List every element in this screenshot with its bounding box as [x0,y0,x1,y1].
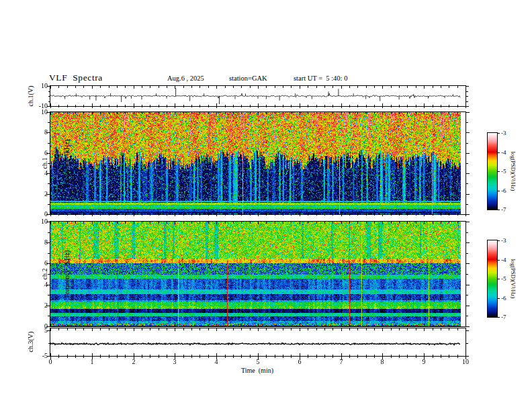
tick [75,106,76,107]
tick [466,274,468,275]
tick [308,112,308,114]
tick [466,106,469,107]
tick [291,86,292,88]
tick [258,106,259,108]
tick [200,112,200,114]
tick [142,106,142,107]
tick [233,214,234,216]
tick [208,325,209,327]
tick [466,96,468,97]
time-tick-label: 5 [251,358,265,365]
tick [466,222,470,222]
tick [349,214,350,216]
tick [366,325,367,327]
tick [466,232,468,233]
tick [191,325,192,327]
tick [316,112,317,114]
tick [50,328,51,331]
tick [258,112,259,115]
tick [150,214,150,216]
tick [83,214,84,216]
tick [283,222,283,224]
tick [142,356,142,358]
tick [266,86,267,88]
tick [382,214,383,216]
tick [216,222,217,224]
tick [357,214,358,216]
tick [117,325,118,327]
tick [308,214,308,216]
tick [291,214,292,216]
tick [142,86,142,88]
tick [308,106,308,107]
tick [407,214,408,216]
tick [83,222,84,224]
tick [58,106,59,107]
tick [225,86,226,88]
tick [382,112,383,115]
station-label: station=GAK [229,75,267,82]
tick [366,356,367,358]
tick [92,328,93,331]
tick [275,325,275,327]
tick [150,325,150,327]
tick [175,86,175,89]
tick [497,133,500,134]
tick [433,356,433,358]
tick [250,222,251,224]
tick [266,325,267,327]
tick [134,214,134,216]
tick [241,222,242,224]
tick [424,214,425,216]
tick [407,325,408,327]
ch1v-ybottom-label: -10 [30,102,48,109]
tick [457,222,458,224]
tick [424,328,425,331]
tick [341,112,342,115]
tick [100,86,101,88]
tick [416,106,416,107]
tick [134,112,134,115]
tick [374,86,375,88]
tick [497,240,500,241]
tick [433,328,433,330]
tick [275,106,275,107]
tick [466,253,468,254]
tick [83,356,84,358]
tick [332,356,333,358]
tick [100,106,101,107]
tick [125,325,126,327]
tick [332,214,333,216]
tick [357,86,358,88]
tick [457,328,458,330]
tick [466,153,470,154]
ch1-spectrogram-panel [50,111,466,215]
tick [357,106,358,107]
colorbar-2 [487,240,498,318]
tick [324,328,325,330]
tick [391,112,392,114]
tick [233,112,234,114]
tick [191,86,192,88]
tick [407,328,408,330]
tick [208,106,209,107]
tick [300,106,300,108]
tick [449,222,449,224]
tick [466,122,468,123]
tick [92,222,93,224]
tick [216,112,217,115]
tick [183,112,184,114]
tick [183,86,184,88]
tick [100,112,101,114]
tick [58,325,59,327]
tick [275,328,275,330]
tick [433,86,433,88]
tick [225,356,226,358]
tick [382,328,383,331]
tick [233,222,234,224]
ch3v-ybottom-label: -5 [30,352,48,359]
tick [200,356,200,358]
tick [324,214,325,216]
tick [241,325,242,327]
tick [159,325,159,327]
